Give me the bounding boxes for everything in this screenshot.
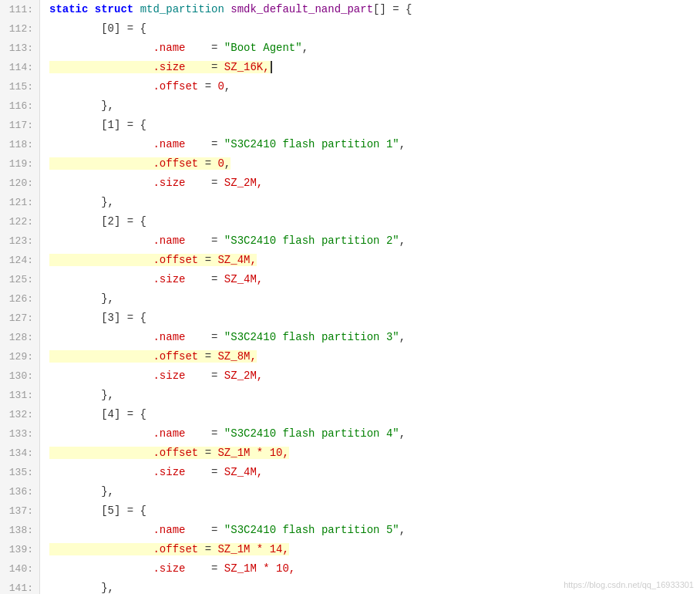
code-line: .offset = 0,: [49, 77, 700, 96]
line-number: 134:: [6, 444, 33, 463]
code-line: [1] = {: [49, 116, 700, 135]
code-line: },: [49, 482, 700, 501]
line-number: 131:: [6, 386, 33, 405]
line-number: 133:: [6, 424, 33, 444]
code-line: .size = SZ_2M,: [49, 174, 700, 193]
code-line: .offset = SZ_4M,: [49, 251, 700, 270]
line-number: 122:: [6, 212, 33, 231]
code-line: [3] = {: [49, 309, 700, 328]
code-line: .size = SZ_4M,: [49, 463, 700, 482]
line-number: 116:: [6, 96, 33, 116]
line-number: 126:: [6, 289, 33, 309]
line-number: 111:: [6, 0, 33, 19]
highlight-line: .offset = 0,: [49, 157, 231, 170]
highlight-line: .offset = SZ_1M * 14,: [49, 543, 289, 555]
line-number: 120:: [6, 174, 33, 193]
code-line: .name = "S3C2410 flash partition 2",: [49, 231, 700, 251]
line-number: 141:: [6, 579, 33, 594]
line-number: 115:: [6, 77, 33, 96]
line-number: 136:: [6, 482, 33, 501]
code-line: .offset = SZ_8M,: [49, 347, 700, 366]
line-number: 128:: [6, 328, 33, 347]
code-line: .offset = 0,: [49, 154, 700, 174]
line-number: 113:: [6, 39, 33, 58]
line-number: 119:: [6, 154, 33, 174]
line-number: 135:: [6, 463, 33, 482]
line-number: 138:: [6, 521, 33, 540]
line-number: 117:: [6, 116, 33, 135]
code-line: .size = SZ_16K,: [49, 58, 700, 77]
line-number: 130:: [6, 366, 33, 386]
code-line: .size = SZ_2M,: [49, 366, 700, 386]
code-area[interactable]: static struct mtd_partition smdk_default…: [40, 0, 700, 594]
line-number: 127:: [6, 309, 33, 328]
highlight-line: .offset = SZ_1M * 10,: [49, 447, 289, 459]
highlight-line: .offset = SZ_4M,: [49, 254, 257, 266]
code-line: [4] = {: [49, 405, 700, 424]
code-line: },: [49, 289, 700, 309]
code-line: },: [49, 386, 700, 405]
line-number: 118:: [6, 135, 33, 154]
code-line: },: [49, 193, 700, 212]
code-line: static struct mtd_partition smdk_default…: [49, 0, 700, 19]
line-number: 123:: [6, 231, 33, 251]
line-number: 124:: [6, 251, 33, 270]
line-number: 137:: [6, 501, 33, 521]
line-number: 140:: [6, 559, 33, 579]
line-number: 121:: [6, 193, 33, 212]
line-number: 132:: [6, 405, 33, 424]
code-line: },: [49, 96, 700, 116]
watermark: https://blog.csdn.net/qq_16933301: [564, 575, 694, 594]
code-line: .name = "S3C2410 flash partition 5",: [49, 521, 700, 540]
line-number: 139:: [6, 540, 33, 559]
code-line: .name = "S3C2410 flash partition 1",: [49, 135, 700, 154]
code-line: [0] = {: [49, 19, 700, 39]
code-line: .offset = SZ_1M * 10,: [49, 444, 700, 463]
line-number: 114:: [6, 58, 33, 77]
code-line: .size = SZ_4M,: [49, 270, 700, 289]
line-number: 129:: [6, 347, 33, 366]
code-container: 111:112:113:114:115:116:117:118:119:120:…: [0, 0, 700, 594]
code-line: .offset = SZ_1M * 14,: [49, 540, 700, 559]
code-line: [5] = {: [49, 501, 700, 521]
highlight-line: .size = SZ_16K,: [49, 61, 272, 73]
code-line: .name = "S3C2410 flash partition 3",: [49, 328, 700, 347]
code-line: .name = "S3C2410 flash partition 4",: [49, 424, 700, 444]
code-line: [2] = {: [49, 212, 700, 231]
code-line: .name = "Boot Agent",: [49, 39, 700, 58]
line-number: 125:: [6, 270, 33, 289]
line-number: 112:: [6, 19, 33, 39]
highlight-line: .offset = SZ_8M,: [49, 350, 257, 363]
line-numbers: 111:112:113:114:115:116:117:118:119:120:…: [0, 0, 40, 594]
